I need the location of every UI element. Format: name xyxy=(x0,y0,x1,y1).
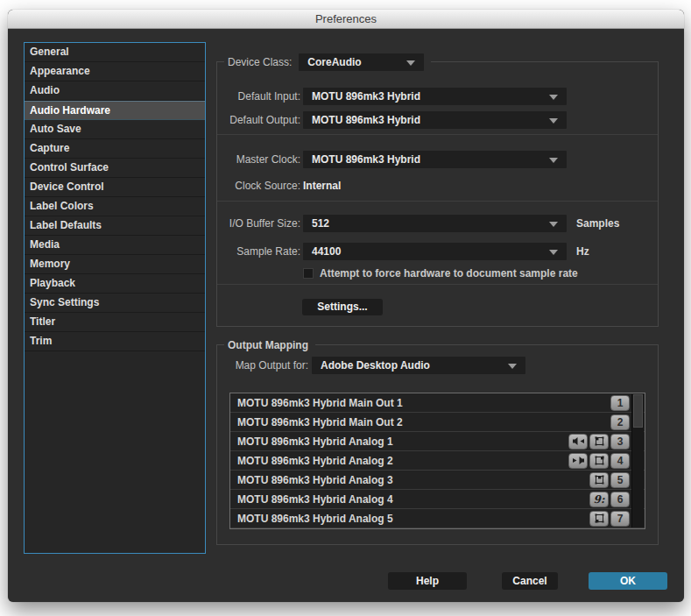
default-output-label: Default Output: xyxy=(187,111,300,129)
buffer-size-unit: Samples xyxy=(576,215,619,232)
device-class-value: CoreAudio xyxy=(307,53,361,71)
sidebar-item-memory[interactable]: Memory xyxy=(25,255,205,274)
io-buffer-size-value: 512 xyxy=(312,215,329,232)
sidebar-item-titler[interactable]: Titler xyxy=(25,313,205,332)
master-clock-value: MOTU 896mk3 Hybrid xyxy=(312,151,420,168)
force-sample-rate-checkbox-label: Attempt to force hardware to document sa… xyxy=(320,266,578,280)
force-sample-rate-checkbox[interactable] xyxy=(303,268,314,279)
output-channel-label: MOTU 896mk3 Hybrid Analog 4 xyxy=(237,493,588,506)
output-channel-row: MOTU 896mk3 Hybrid Analog 57 xyxy=(230,509,645,528)
output-channel-number: 7 xyxy=(617,513,624,525)
chevron-down-icon xyxy=(549,158,558,163)
output-channel-label: MOTU 896mk3 Hybrid Analog 2 xyxy=(237,455,567,467)
chevron-down-icon xyxy=(549,118,558,124)
output-channel-number: 5 xyxy=(617,474,624,486)
map-output-for-label: Map Output for: xyxy=(194,357,308,374)
output-channel-row: MOTU 896mk3 Hybrid Analog 24 xyxy=(230,451,645,471)
output-channel-number-badge[interactable]: 4 xyxy=(610,453,630,469)
output-channel-number-badge[interactable]: 2 xyxy=(610,414,630,430)
clock-source-label: Clock Source: xyxy=(187,177,300,195)
sidebar-item-audio-hardware[interactable]: Audio Hardware xyxy=(25,101,205,120)
channel-speaker-left-icon[interactable] xyxy=(568,434,588,450)
default-input-dropdown[interactable]: MOTU 896mk3 Hybrid xyxy=(303,88,567,105)
sample-rate-dropdown[interactable]: 44100 xyxy=(303,243,567,260)
output-channel-row: MOTU 896mk3 Hybrid Main Out 22 xyxy=(230,413,645,432)
settings-button[interactable]: Settings... xyxy=(302,299,383,315)
output-channel-label: MOTU 896mk3 Hybrid Main Out 1 xyxy=(237,397,609,409)
divider xyxy=(217,284,658,285)
default-input-label: Default Input: xyxy=(187,88,300,105)
map-output-for-dropdown[interactable]: Adobe Desktop Audio xyxy=(312,357,525,374)
channel-center-icon[interactable] xyxy=(589,472,609,488)
output-channel-number-badge[interactable]: 5 xyxy=(610,472,630,488)
ok-button[interactable]: OK xyxy=(589,572,667,590)
scrollbar-thumb[interactable] xyxy=(633,394,643,428)
output-channel-label: MOTU 896mk3 Hybrid Analog 5 xyxy=(237,513,588,525)
io-buffer-size-dropdown[interactable]: 512 xyxy=(303,215,567,232)
device-class-dropdown[interactable]: CoreAudio xyxy=(299,53,424,71)
screenshot-background: Preferences GeneralAppearanceAudioAudio … xyxy=(0,0,691,616)
io-buffer-size-label: I/O Buffer Size: xyxy=(187,215,300,232)
sidebar-item-control-surface[interactable]: Control Surface xyxy=(25,159,205,178)
sidebar-item-auto-save[interactable]: Auto Save xyxy=(25,120,205,139)
preferences-category-list: GeneralAppearanceAudioAudio HardwareAuto… xyxy=(24,42,206,554)
output-channel-number: 1 xyxy=(617,397,624,409)
channel-front-right-icon[interactable] xyxy=(589,453,609,469)
output-channel-list: MOTU 896mk3 Hybrid Main Out 11MOTU 896mk… xyxy=(229,393,645,529)
window-title: Preferences xyxy=(315,12,377,25)
output-channel-row: MOTU 896mk3 Hybrid Main Out 11 xyxy=(230,393,645,413)
output-channel-label: MOTU 896mk3 Hybrid Analog 1 xyxy=(237,435,567,448)
sidebar-item-trim[interactable]: Trim xyxy=(25,332,205,351)
output-channel-number: 3 xyxy=(617,435,624,448)
output-channel-label: MOTU 896mk3 Hybrid Analog 3 xyxy=(237,474,588,486)
master-clock-dropdown[interactable]: MOTU 896mk3 Hybrid xyxy=(303,151,567,168)
master-clock-label: Master Clock: xyxy=(187,151,300,168)
chevron-down-icon xyxy=(549,250,558,255)
default-output-dropdown[interactable]: MOTU 896mk3 Hybrid xyxy=(303,111,567,129)
sidebar-item-general[interactable]: General xyxy=(25,43,205,62)
vertical-scrollbar[interactable] xyxy=(631,394,644,527)
clock-source-value: Internal xyxy=(303,177,341,195)
output-channel-number-badge[interactable]: 7 xyxy=(610,511,630,527)
channel-speaker-right-icon[interactable] xyxy=(568,453,588,469)
channel-front-left-icon[interactable] xyxy=(589,434,609,450)
sidebar-item-appearance[interactable]: Appearance xyxy=(25,62,205,81)
output-channel-row: MOTU 896mk3 Hybrid Analog 35 xyxy=(230,471,645,490)
output-channel-number: 2 xyxy=(617,416,624,428)
map-output-for-value: Adobe Desktop Audio xyxy=(321,357,430,374)
chevron-down-icon xyxy=(406,60,415,66)
sidebar-item-sync-settings[interactable]: Sync Settings xyxy=(25,294,205,313)
sidebar-item-label-colors[interactable]: Label Colors xyxy=(25,197,205,216)
sidebar-item-capture[interactable]: Capture xyxy=(25,139,205,159)
sidebar-item-label-defaults[interactable]: Label Defaults xyxy=(25,216,205,236)
window-titlebar[interactable]: Preferences xyxy=(8,10,684,29)
output-channel-number-badge[interactable]: 3 xyxy=(610,434,630,450)
cancel-button[interactable]: Cancel xyxy=(502,572,558,590)
default-output-value: MOTU 896mk3 Hybrid xyxy=(312,111,420,129)
default-input-value: MOTU 896mk3 Hybrid xyxy=(312,88,420,105)
sample-rate-value: 44100 xyxy=(312,243,341,260)
channel-rear-left-icon[interactable] xyxy=(589,511,609,527)
device-class-legend: Device Class: CoreAudio xyxy=(224,53,431,72)
sample-rate-unit: Hz xyxy=(576,243,589,260)
output-channel-row: MOTU 896mk3 Hybrid Analog 49:6 xyxy=(230,490,645,509)
output-channel-number: 6 xyxy=(617,493,624,506)
chevron-down-icon xyxy=(549,95,558,100)
sidebar-item-media[interactable]: Media xyxy=(25,236,205,255)
sidebar-item-playback[interactable]: Playback xyxy=(25,274,205,294)
channel-lfe-icon[interactable]: 9: xyxy=(589,492,609,507)
help-button[interactable]: Help xyxy=(388,572,467,590)
output-channel-number-badge[interactable]: 1 xyxy=(610,395,630,411)
device-class-label: Device Class: xyxy=(228,53,292,71)
chevron-down-icon xyxy=(549,222,558,227)
sidebar-item-audio[interactable]: Audio xyxy=(25,81,205,101)
divider xyxy=(217,201,658,202)
output-channel-label: MOTU 896mk3 Hybrid Main Out 2 xyxy=(237,416,609,428)
output-channel-number: 4 xyxy=(617,455,624,467)
preferences-window: Preferences GeneralAppearanceAudioAudio … xyxy=(8,10,684,602)
divider xyxy=(217,134,658,135)
sidebar-item-device-control[interactable]: Device Control xyxy=(25,178,205,197)
output-channel-row: MOTU 896mk3 Hybrid Analog 13 xyxy=(230,432,645,451)
output-channel-number-badge[interactable]: 6 xyxy=(610,492,630,507)
sample-rate-label: Sample Rate: xyxy=(187,243,300,260)
